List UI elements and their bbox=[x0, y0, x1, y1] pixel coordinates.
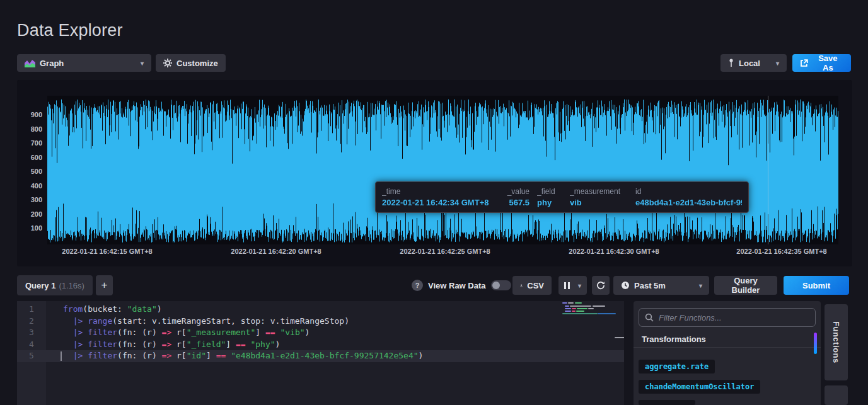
code-line-2[interactable]: 2 |> range(start: v.timeRangeStart, stop… bbox=[17, 316, 624, 328]
tab-functions[interactable]: Functions bbox=[825, 304, 848, 380]
tooltip-value: 2022-01-21 16:42:34 GMT+8 bbox=[382, 198, 489, 207]
line-number: 2 bbox=[17, 316, 46, 328]
query-duration: (1.16s) bbox=[59, 281, 84, 290]
tooltip-header: _field bbox=[537, 187, 562, 196]
x-tick-label: 2022-01-21 16:42:30 GMT+8 bbox=[569, 248, 659, 255]
y-tick-label: 800 bbox=[17, 125, 42, 133]
timezone-dropdown[interactable]: Local ▾ bbox=[720, 54, 787, 72]
function-pill-partial[interactable] bbox=[639, 400, 695, 405]
page-title: Data Explorer bbox=[17, 21, 123, 40]
time-range-dropdown[interactable]: Past 5m ▾ bbox=[613, 276, 709, 295]
download-icon bbox=[520, 282, 523, 290]
y-tick-label: 100 bbox=[17, 224, 42, 232]
view-type-label: Graph bbox=[40, 59, 64, 68]
flux-code-editor[interactable]: 1from(bucket: "data")2 |> range(start: v… bbox=[17, 301, 624, 405]
tooltip-header: _time bbox=[382, 187, 489, 196]
tooltip-value: 567.5 bbox=[497, 198, 529, 207]
y-tick-label: 200 bbox=[17, 210, 42, 218]
submit-button[interactable]: Submit bbox=[784, 276, 849, 295]
tooltip-header: id bbox=[635, 187, 742, 196]
save-as-label: Save As bbox=[813, 54, 843, 72]
timezone-label: Local bbox=[739, 59, 760, 68]
code-text: |> filter(fn: (r) => r["_measurement"] =… bbox=[63, 327, 310, 339]
tooltip-column-time: _time2022-01-21 16:42:34 GMT+8 bbox=[382, 187, 489, 207]
add-query-button[interactable]: + bbox=[96, 275, 113, 295]
code-text: |> filter(fn: (r) => r["id"] == "e48bd4a… bbox=[63, 350, 423, 362]
clock-icon bbox=[621, 281, 630, 290]
tab-functions-label: Functions bbox=[831, 321, 841, 363]
raw-data-toggle[interactable] bbox=[491, 280, 511, 290]
pause-icon bbox=[564, 282, 570, 289]
save-as-button[interactable]: Save As bbox=[792, 54, 851, 72]
y-tick-label: 300 bbox=[17, 196, 42, 203]
code-line-5[interactable]: 5 |> filter(fn: (r) => r["id"] == "e48bd… bbox=[17, 350, 624, 362]
code-line-4[interactable]: 4 |> filter(fn: (r) => r["_field"] == "p… bbox=[17, 339, 624, 351]
tooltip-column-value: _value567.5 bbox=[497, 187, 529, 207]
line-number: 4 bbox=[17, 339, 46, 351]
functions-scrollbar-thumb[interactable] bbox=[814, 333, 817, 354]
y-tick-label: 700 bbox=[17, 139, 42, 147]
view-raw-data-label: View Raw Data bbox=[428, 281, 486, 290]
line-number: 5 bbox=[17, 350, 46, 362]
csv-download-button[interactable]: CSV bbox=[512, 276, 552, 295]
query-toolbar: Query 1 (1.16s) + ? View Raw Data CSV ▾ … bbox=[0, 275, 868, 295]
view-raw-data-group: ? View Raw Data bbox=[412, 275, 511, 295]
code-text: |> range(start: v.timeRangeStart, stop: … bbox=[63, 316, 349, 328]
functions-panel: Transformations aggregate.ratechandeMome… bbox=[634, 301, 821, 405]
editor-minimap[interactable] bbox=[552, 302, 624, 321]
pin-icon bbox=[728, 59, 734, 67]
line-number: 1 bbox=[17, 304, 46, 316]
tooltip-header: _measurement bbox=[570, 187, 628, 196]
graph-chart-icon bbox=[25, 59, 35, 67]
tooltip-column-measurement: _measurementvib bbox=[570, 187, 628, 207]
query-builder-button[interactable]: Query Builder bbox=[714, 276, 777, 295]
chart-panel: 900800700600500400300200100 2022-01-21 1… bbox=[17, 80, 852, 266]
code-line-3[interactable]: 3 |> filter(fn: (r) => r["_measurement"]… bbox=[17, 327, 624, 339]
tooltip-header: _value bbox=[497, 187, 529, 196]
x-tick-label: 2022-01-21 16:42:20 GMT+8 bbox=[231, 248, 321, 255]
customize-label: Customize bbox=[176, 59, 218, 68]
query-tab-label: Query 1 bbox=[25, 281, 55, 290]
chart-tooltip: _time2022-01-21 16:42:34 GMT+8_value567.… bbox=[375, 181, 749, 213]
code-line-1[interactable]: 1from(bucket: "data") bbox=[17, 304, 624, 316]
panel-resize-handle[interactable] bbox=[615, 337, 624, 338]
timeseries-chart[interactable] bbox=[47, 96, 838, 244]
code-lines: 1from(bucket: "data")2 |> range(start: v… bbox=[17, 304, 624, 362]
question-mark-icon[interactable]: ? bbox=[412, 280, 423, 291]
toggle-knob bbox=[492, 282, 500, 289]
submit-label: Submit bbox=[802, 281, 830, 290]
section-title: Transformations bbox=[642, 334, 706, 344]
search-icon bbox=[645, 313, 654, 322]
refresh-button[interactable] bbox=[592, 276, 610, 295]
hover-crosshair bbox=[768, 96, 768, 244]
x-tick-label: 2022-01-21 16:42:35 GMT+8 bbox=[736, 248, 826, 255]
tooltip-value: vib bbox=[570, 198, 628, 207]
tab-partial[interactable] bbox=[825, 385, 848, 405]
gear-icon bbox=[163, 59, 172, 67]
chevron-down-icon: ▾ bbox=[578, 282, 581, 289]
code-text: |> filter(fn: (r) => r["_field"] == "phy… bbox=[63, 339, 280, 351]
x-tick-label: 2022-01-21 16:42:25 GMT+8 bbox=[400, 248, 490, 255]
function-search-input[interactable] bbox=[659, 313, 809, 322]
tooltip-value: e48bd4a1-e2d1-43eb-bfcf-992… bbox=[635, 198, 742, 207]
function-search-box[interactable] bbox=[639, 308, 816, 327]
line-number: 3 bbox=[17, 327, 46, 339]
tooltip-column-field: _fieldphy bbox=[537, 187, 562, 207]
refresh-icon bbox=[596, 281, 605, 290]
divider bbox=[634, 347, 821, 348]
tooltip-value: phy bbox=[537, 198, 562, 207]
chevron-down-icon: ▾ bbox=[141, 60, 144, 67]
customize-button[interactable]: Customize bbox=[156, 54, 226, 72]
chevron-down-icon: ▾ bbox=[699, 282, 702, 289]
y-tick-label: 600 bbox=[17, 154, 42, 161]
function-pill-chandeMomentumOscillator[interactable]: chandeMomentumOscillator bbox=[639, 380, 760, 394]
view-type-dropdown[interactable]: Graph ▾ bbox=[17, 54, 151, 72]
query-tab[interactable]: Query 1 (1.16s) bbox=[17, 275, 93, 295]
export-icon bbox=[800, 59, 808, 67]
function-pill-aggregate.rate[interactable]: aggregate.rate bbox=[639, 360, 715, 374]
chevron-down-icon: ▾ bbox=[776, 60, 779, 67]
tooltip-column-id: ide48bd4a1-e2d1-43eb-bfcf-992… bbox=[635, 187, 742, 207]
code-text: from(bucket: "data") bbox=[63, 304, 162, 316]
query-builder-label: Query Builder bbox=[722, 276, 770, 295]
pause-dropdown-button[interactable]: ▾ bbox=[558, 276, 587, 295]
